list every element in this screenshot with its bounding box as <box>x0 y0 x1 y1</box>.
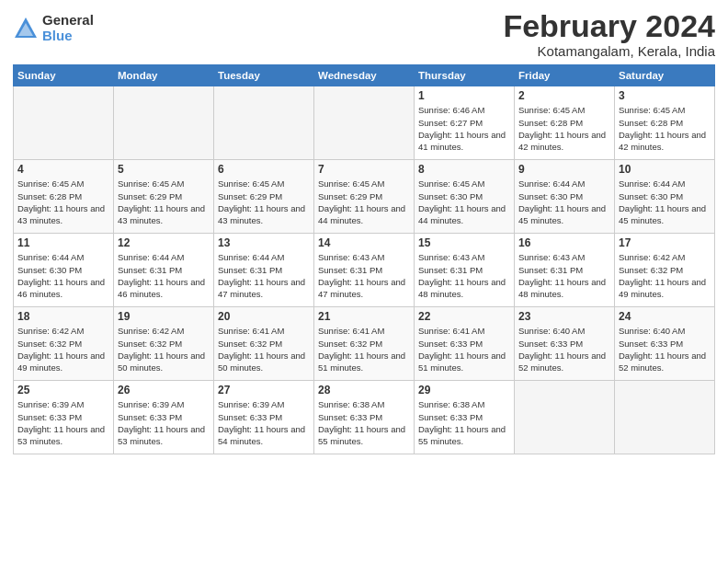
col-header-friday: Friday <box>515 65 615 86</box>
calendar-cell: 14Sunrise: 6:43 AMSunset: 6:31 PMDayligh… <box>314 234 415 307</box>
cell-info: Sunrise: 6:41 AMSunset: 6:32 PMDaylight:… <box>318 325 410 373</box>
calendar-cell: 27Sunrise: 6:39 AMSunset: 6:33 PMDayligh… <box>214 381 314 454</box>
title-block: February 2024 Kotamangalam, Kerala, Indi… <box>503 9 715 59</box>
cell-info: Sunrise: 6:44 AMSunset: 6:30 PMDaylight:… <box>619 178 711 226</box>
logo-general: General <box>42 13 94 29</box>
cell-info: Sunrise: 6:40 AMSunset: 6:33 PMDaylight:… <box>518 325 610 373</box>
cell-info: Sunrise: 6:43 AMSunset: 6:31 PMDaylight:… <box>418 251 510 300</box>
month-title: February 2024 <box>503 9 715 43</box>
day-number: 29 <box>418 384 510 396</box>
cell-info: Sunrise: 6:39 AMSunset: 6:33 PMDaylight:… <box>17 398 109 447</box>
cell-info: Sunrise: 6:40 AMSunset: 6:33 PMDaylight:… <box>619 325 711 373</box>
cell-info: Sunrise: 6:44 AMSunset: 6:30 PMDaylight:… <box>17 251 109 300</box>
location-title: Kotamangalam, Kerala, India <box>503 43 715 59</box>
calendar-cell: 6Sunrise: 6:45 AMSunset: 6:29 PMDaylight… <box>214 160 314 234</box>
cell-info: Sunrise: 6:41 AMSunset: 6:32 PMDaylight:… <box>218 325 310 373</box>
col-header-sunday: Sunday <box>14 65 114 86</box>
day-number: 28 <box>318 384 410 396</box>
calendar-cell: 7Sunrise: 6:45 AMSunset: 6:29 PMDaylight… <box>314 160 415 234</box>
calendar-cell: 10Sunrise: 6:44 AMSunset: 6:30 PMDayligh… <box>615 160 715 234</box>
logo-blue: Blue <box>42 29 94 44</box>
calendar-cell: 22Sunrise: 6:41 AMSunset: 6:33 PMDayligh… <box>415 307 515 381</box>
calendar-cell: 9Sunrise: 6:44 AMSunset: 6:30 PMDaylight… <box>515 160 615 234</box>
week-row-3: 11Sunrise: 6:44 AMSunset: 6:30 PMDayligh… <box>14 234 715 307</box>
day-number: 13 <box>218 236 310 249</box>
week-row-1: 1Sunrise: 6:46 AMSunset: 6:27 PMDaylight… <box>14 86 715 160</box>
calendar-cell: 4Sunrise: 6:45 AMSunset: 6:28 PMDaylight… <box>14 160 114 234</box>
calendar-table: SundayMondayTuesdayWednesdayThursdayFrid… <box>13 64 715 454</box>
day-number: 8 <box>418 163 510 176</box>
day-number: 21 <box>318 310 410 323</box>
day-number: 23 <box>518 310 610 323</box>
calendar-cell: 29Sunrise: 6:38 AMSunset: 6:33 PMDayligh… <box>415 381 515 454</box>
day-number: 25 <box>17 384 109 396</box>
calendar-cell: 3Sunrise: 6:45 AMSunset: 6:28 PMDaylight… <box>615 86 715 160</box>
day-number: 3 <box>619 89 711 102</box>
day-number: 11 <box>17 236 109 249</box>
day-number: 12 <box>118 236 210 249</box>
logo: General Blue <box>13 13 94 43</box>
header-row-days: SundayMondayTuesdayWednesdayThursdayFrid… <box>14 65 715 86</box>
logo-icon <box>13 16 39 41</box>
calendar-cell: 24Sunrise: 6:40 AMSunset: 6:33 PMDayligh… <box>615 307 715 381</box>
day-number: 18 <box>17 310 109 323</box>
header-row: General Blue February 2024 Kotamangalam,… <box>13 9 715 59</box>
day-number: 19 <box>118 310 210 323</box>
calendar-cell <box>14 86 114 160</box>
calendar-cell: 20Sunrise: 6:41 AMSunset: 6:32 PMDayligh… <box>214 307 314 381</box>
day-number: 7 <box>318 163 410 176</box>
day-number: 6 <box>218 163 310 176</box>
day-number: 2 <box>518 89 610 102</box>
cell-info: Sunrise: 6:42 AMSunset: 6:32 PMDaylight:… <box>17 325 109 373</box>
day-number: 27 <box>218 384 310 396</box>
cell-info: Sunrise: 6:39 AMSunset: 6:33 PMDaylight:… <box>218 398 310 447</box>
cell-info: Sunrise: 6:41 AMSunset: 6:33 PMDaylight:… <box>418 325 510 373</box>
calendar-cell <box>615 381 715 454</box>
calendar-cell: 8Sunrise: 6:45 AMSunset: 6:30 PMDaylight… <box>415 160 515 234</box>
day-number: 1 <box>418 89 510 102</box>
cell-info: Sunrise: 6:39 AMSunset: 6:33 PMDaylight:… <box>118 398 210 447</box>
col-header-wednesday: Wednesday <box>314 65 415 86</box>
calendar-cell: 11Sunrise: 6:44 AMSunset: 6:30 PMDayligh… <box>14 234 114 307</box>
col-header-tuesday: Tuesday <box>214 65 314 86</box>
page-container: General Blue February 2024 Kotamangalam,… <box>0 0 728 460</box>
calendar-cell: 28Sunrise: 6:38 AMSunset: 6:33 PMDayligh… <box>314 381 415 454</box>
cell-info: Sunrise: 6:43 AMSunset: 6:31 PMDaylight:… <box>318 251 410 300</box>
cell-info: Sunrise: 6:44 AMSunset: 6:31 PMDaylight:… <box>118 251 210 300</box>
calendar-cell: 5Sunrise: 6:45 AMSunset: 6:29 PMDaylight… <box>114 160 214 234</box>
day-number: 20 <box>218 310 310 323</box>
calendar-cell: 16Sunrise: 6:43 AMSunset: 6:31 PMDayligh… <box>515 234 615 307</box>
day-number: 4 <box>17 163 109 176</box>
cell-info: Sunrise: 6:46 AMSunset: 6:27 PMDaylight:… <box>418 104 510 153</box>
day-number: 15 <box>418 236 510 249</box>
calendar-cell: 25Sunrise: 6:39 AMSunset: 6:33 PMDayligh… <box>14 381 114 454</box>
calendar-cell: 15Sunrise: 6:43 AMSunset: 6:31 PMDayligh… <box>415 234 515 307</box>
cell-info: Sunrise: 6:44 AMSunset: 6:30 PMDaylight:… <box>518 178 610 226</box>
logo-text: General Blue <box>42 13 94 43</box>
calendar-cell: 17Sunrise: 6:42 AMSunset: 6:32 PMDayligh… <box>615 234 715 307</box>
cell-info: Sunrise: 6:38 AMSunset: 6:33 PMDaylight:… <box>318 398 410 447</box>
calendar-cell: 2Sunrise: 6:45 AMSunset: 6:28 PMDaylight… <box>515 86 615 160</box>
calendar-cell <box>114 86 214 160</box>
cell-info: Sunrise: 6:42 AMSunset: 6:32 PMDaylight:… <box>619 251 711 300</box>
week-row-5: 25Sunrise: 6:39 AMSunset: 6:33 PMDayligh… <box>14 381 715 454</box>
calendar-cell: 23Sunrise: 6:40 AMSunset: 6:33 PMDayligh… <box>515 307 615 381</box>
cell-info: Sunrise: 6:43 AMSunset: 6:31 PMDaylight:… <box>518 251 610 300</box>
calendar-cell: 1Sunrise: 6:46 AMSunset: 6:27 PMDaylight… <box>415 86 515 160</box>
cell-info: Sunrise: 6:45 AMSunset: 6:30 PMDaylight:… <box>418 178 510 226</box>
cell-info: Sunrise: 6:44 AMSunset: 6:31 PMDaylight:… <box>218 251 310 300</box>
cell-info: Sunrise: 6:45 AMSunset: 6:29 PMDaylight:… <box>118 178 210 226</box>
day-number: 22 <box>418 310 510 323</box>
calendar-cell: 19Sunrise: 6:42 AMSunset: 6:32 PMDayligh… <box>114 307 214 381</box>
calendar-cell: 18Sunrise: 6:42 AMSunset: 6:32 PMDayligh… <box>14 307 114 381</box>
day-number: 14 <box>318 236 410 249</box>
cell-info: Sunrise: 6:45 AMSunset: 6:29 PMDaylight:… <box>218 178 310 226</box>
calendar-cell: 21Sunrise: 6:41 AMSunset: 6:32 PMDayligh… <box>314 307 415 381</box>
day-number: 24 <box>619 310 711 323</box>
col-header-saturday: Saturday <box>615 65 715 86</box>
cell-info: Sunrise: 6:45 AMSunset: 6:28 PMDaylight:… <box>17 178 109 226</box>
cell-info: Sunrise: 6:45 AMSunset: 6:28 PMDaylight:… <box>518 104 610 153</box>
cell-info: Sunrise: 6:45 AMSunset: 6:28 PMDaylight:… <box>619 104 711 153</box>
calendar-cell <box>314 86 415 160</box>
day-number: 9 <box>518 163 610 176</box>
